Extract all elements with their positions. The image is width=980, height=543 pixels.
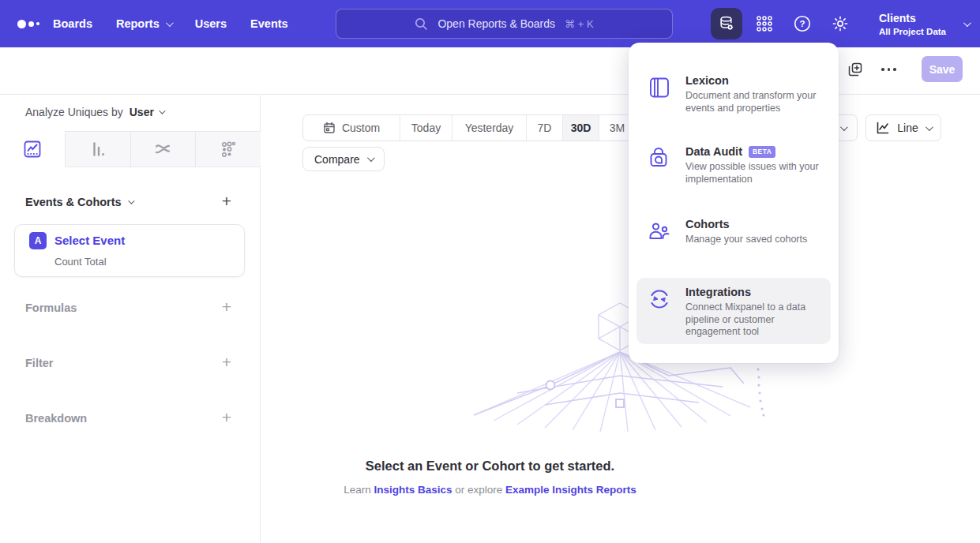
analyze-value: User	[130, 106, 154, 118]
scatter-icon	[218, 139, 238, 159]
data-management-button[interactable]	[711, 8, 742, 39]
flow-icon	[152, 139, 173, 159]
compare-button[interactable]: Compare	[302, 147, 385, 171]
project-switcher[interactable]: Clients All Project Data	[879, 0, 969, 47]
chevron-down-icon	[840, 123, 848, 131]
nav-tools: ?	[711, 0, 862, 47]
add-breakdown-button[interactable]: +	[218, 410, 235, 427]
duplicate-report-button[interactable]	[847, 62, 863, 81]
data-management-menu: Lexicon Document and transform your even…	[629, 43, 839, 363]
integrations-title: Integrations	[685, 286, 829, 298]
cohorts-title: Cohorts	[685, 218, 829, 230]
cohorts-description: Manage your saved cohorts	[685, 234, 829, 246]
filter-section-header: Filter	[25, 357, 53, 369]
example-reports-link[interactable]: Example Insights Reports	[505, 484, 636, 496]
line-chart-icon	[876, 121, 890, 135]
breakdown-section-header: Breakdown	[25, 412, 87, 425]
line-chart-icon	[22, 139, 43, 159]
chevron-down-icon	[128, 197, 134, 204]
date-range-30d[interactable]: 30D	[562, 115, 599, 140]
add-filter-button[interactable]: +	[218, 354, 235, 372]
gear-icon	[831, 14, 850, 33]
menu-item-lexicon[interactable]: Lexicon Document and transform your even…	[636, 66, 831, 122]
mixpanel-logo-icon[interactable]	[17, 0, 39, 47]
event-letter-badge: A	[29, 232, 47, 249]
nav-events[interactable]: Events	[250, 17, 288, 30]
date-range-yesterday[interactable]: Yesterday	[452, 115, 526, 140]
grid-dots-icon	[755, 14, 774, 33]
chart-type-dropdown[interactable]: Line	[865, 114, 941, 141]
analyze-prefix: Analyze Uniques by	[25, 106, 123, 118]
chevron-down-icon	[166, 19, 174, 27]
menu-item-cohorts[interactable]: Cohorts Manage your saved cohorts	[636, 210, 831, 254]
date-range-custom[interactable]: Custom	[303, 115, 400, 140]
analyze-uniques-selector[interactable]: Analyze Uniques by User	[25, 106, 163, 118]
data-audit-icon	[648, 147, 670, 170]
count-total-selector[interactable]: Count Total	[54, 256, 107, 268]
subtitle-middle: or explore	[455, 484, 502, 496]
chevron-down-icon	[963, 19, 971, 27]
tab-flow-chart[interactable]	[130, 131, 196, 167]
settings-button[interactable]	[824, 8, 856, 39]
search-placeholder: Open Reports & Boards	[437, 17, 555, 30]
svg-text:?: ?	[799, 19, 805, 28]
nav-users[interactable]: Users	[195, 17, 227, 30]
search-icon	[415, 17, 428, 31]
empty-state-title: Select an Event or Cohort to get started…	[0, 459, 980, 474]
project-scope: All Project Data	[879, 27, 946, 36]
tab-scatter-chart[interactable]	[195, 131, 261, 167]
database-gear-icon	[718, 15, 735, 32]
date-range-7d[interactable]: 7D	[526, 115, 562, 140]
apps-grid-button[interactable]	[749, 8, 780, 39]
add-formula-button[interactable]: +	[218, 299, 235, 316]
add-event-button[interactable]: +	[218, 193, 235, 211]
chevron-down-icon	[159, 107, 165, 114]
project-name: Clients	[879, 12, 946, 24]
help-icon: ?	[793, 14, 812, 33]
beta-badge: BETA	[749, 146, 776, 158]
tab-bar-chart[interactable]	[65, 131, 130, 167]
insights-report-page: Boards Reports Users Events Open Reports…	[0, 0, 980, 543]
search-input[interactable]: Open Reports & Boards ⌘ + K	[336, 9, 673, 39]
cohorts-users-icon	[648, 219, 671, 243]
chevron-down-icon	[367, 154, 375, 162]
visualization-tabs	[0, 131, 261, 167]
search-shortcut: ⌘ + K	[565, 18, 594, 30]
event-card[interactable]: A Select Event Count Total	[14, 224, 245, 277]
duplicate-icon	[847, 62, 863, 77]
select-event-label[interactable]: Select Event	[54, 234, 125, 247]
date-range-control: Custom Today Yesterday 7D 30D 3M 6M	[302, 114, 670, 141]
lexicon-description: Document and transform your events and p…	[685, 90, 829, 114]
lexicon-title: Lexicon	[685, 74, 829, 87]
save-button[interactable]: Save	[922, 56, 963, 82]
nav-links: Boards Reports Users Events	[53, 0, 288, 47]
date-range-today[interactable]: Today	[400, 115, 452, 140]
help-button[interactable]: ?	[787, 8, 818, 39]
bar-chart-icon	[88, 139, 108, 159]
chart-type-label: Line	[897, 122, 918, 134]
menu-item-integrations[interactable]: Integrations Connect Mixpanel to a data …	[636, 278, 831, 344]
top-navbar: Boards Reports Users Events Open Reports…	[0, 0, 980, 47]
learn-prefix: Learn	[344, 484, 371, 496]
more-options-button[interactable]	[881, 68, 896, 71]
ellipsis-icon	[881, 68, 896, 71]
lexicon-book-icon	[648, 76, 671, 99]
integrations-description: Connect Mixpanel to a data pipeline or c…	[685, 301, 829, 339]
events-cohorts-section-header[interactable]: Events & Cohorts	[25, 196, 133, 208]
nav-reports[interactable]: Reports	[116, 17, 171, 30]
query-sidebar: Analyze Uniques by User	[0, 95, 261, 543]
nav-boards[interactable]: Boards	[53, 17, 92, 30]
data-audit-description: View possible issues with your implement…	[685, 161, 829, 185]
formulas-section-header: Formulas	[25, 301, 77, 314]
integrations-sync-icon	[648, 287, 671, 311]
chevron-down-icon	[926, 123, 933, 131]
calendar-icon	[323, 122, 336, 134]
menu-item-data-audit[interactable]: Data Audit BETA View possible issues wit…	[636, 137, 831, 193]
insights-basics-link[interactable]: Insights Basics	[374, 484, 452, 496]
data-audit-title: Data Audit BETA	[685, 145, 829, 158]
empty-state-subtitle: Learn Insights Basics or explore Example…	[0, 484, 980, 496]
tab-line-chart[interactable]	[0, 131, 65, 167]
